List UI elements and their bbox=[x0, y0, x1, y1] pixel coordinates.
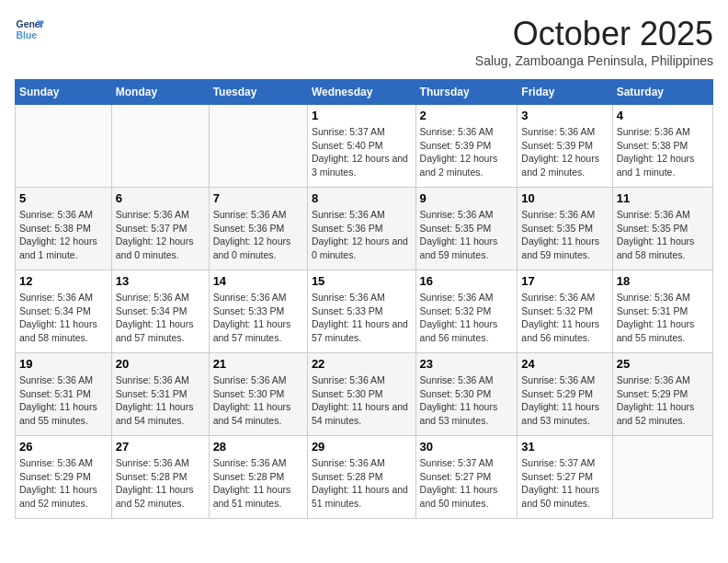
day-info: Sunrise: 5:36 AM Sunset: 5:35 PM Dayligh… bbox=[420, 208, 514, 262]
calendar-cell: 16Sunrise: 5:36 AM Sunset: 5:32 PM Dayli… bbox=[415, 270, 518, 353]
calendar-week-row: 19Sunrise: 5:36 AM Sunset: 5:31 PM Dayli… bbox=[16, 353, 713, 436]
day-number: 2 bbox=[420, 109, 514, 122]
weekday-header: Monday bbox=[111, 80, 209, 105]
day-info: Sunrise: 5:36 AM Sunset: 5:34 PM Dayligh… bbox=[19, 291, 108, 345]
day-number: 3 bbox=[521, 109, 608, 122]
day-number: 7 bbox=[213, 191, 303, 205]
day-info: Sunrise: 5:36 AM Sunset: 5:34 PM Dayligh… bbox=[116, 291, 205, 345]
day-info: Sunrise: 5:37 AM Sunset: 5:27 PM Dayligh… bbox=[420, 456, 514, 511]
logo: General Blue bbox=[15, 15, 44, 44]
calendar-cell: 1Sunrise: 5:37 AM Sunset: 5:40 PM Daylig… bbox=[307, 105, 415, 188]
day-number: 4 bbox=[617, 109, 709, 122]
calendar-table: SundayMondayTuesdayWednesdayThursdayFrid… bbox=[15, 79, 713, 519]
calendar-cell: 13Sunrise: 5:36 AM Sunset: 5:34 PM Dayli… bbox=[111, 270, 209, 353]
day-number: 22 bbox=[312, 357, 412, 371]
day-info: Sunrise: 5:36 AM Sunset: 5:38 PM Dayligh… bbox=[19, 208, 108, 262]
calendar-cell: 23Sunrise: 5:36 AM Sunset: 5:30 PM Dayli… bbox=[415, 353, 518, 436]
calendar-cell: 29Sunrise: 5:36 AM Sunset: 5:28 PM Dayli… bbox=[307, 436, 415, 519]
day-number: 23 bbox=[420, 357, 514, 371]
weekday-header-row: SundayMondayTuesdayWednesdayThursdayFrid… bbox=[16, 80, 713, 105]
day-number: 18 bbox=[617, 274, 709, 288]
day-number: 13 bbox=[116, 274, 205, 288]
page-header: General Blue October 2025 Salug, Zamboan… bbox=[15, 15, 713, 68]
day-number: 31 bbox=[521, 440, 608, 454]
location-subtitle: Salug, Zamboanga Peninsula, Philippines bbox=[475, 53, 713, 68]
day-number: 12 bbox=[19, 274, 108, 288]
calendar-cell: 26Sunrise: 5:36 AM Sunset: 5:29 PM Dayli… bbox=[16, 436, 112, 519]
day-info: Sunrise: 5:36 AM Sunset: 5:30 PM Dayligh… bbox=[312, 373, 412, 428]
day-number: 9 bbox=[420, 191, 514, 205]
day-info: Sunrise: 5:36 AM Sunset: 5:31 PM Dayligh… bbox=[116, 373, 205, 428]
day-number: 8 bbox=[312, 191, 412, 205]
calendar-cell: 22Sunrise: 5:36 AM Sunset: 5:30 PM Dayli… bbox=[307, 353, 415, 436]
calendar-cell: 21Sunrise: 5:36 AM Sunset: 5:30 PM Dayli… bbox=[209, 353, 307, 436]
day-info: Sunrise: 5:36 AM Sunset: 5:33 PM Dayligh… bbox=[213, 291, 303, 345]
calendar-week-row: 5Sunrise: 5:36 AM Sunset: 5:38 PM Daylig… bbox=[16, 188, 713, 270]
day-number: 10 bbox=[521, 191, 608, 205]
day-number: 6 bbox=[116, 191, 205, 205]
calendar-week-row: 26Sunrise: 5:36 AM Sunset: 5:29 PM Dayli… bbox=[16, 436, 713, 519]
day-number: 11 bbox=[617, 191, 709, 205]
calendar-week-row: 12Sunrise: 5:36 AM Sunset: 5:34 PM Dayli… bbox=[16, 270, 713, 353]
calendar-cell: 4Sunrise: 5:36 AM Sunset: 5:38 PM Daylig… bbox=[612, 105, 712, 188]
day-number: 27 bbox=[116, 440, 205, 454]
day-info: Sunrise: 5:36 AM Sunset: 5:36 PM Dayligh… bbox=[213, 208, 303, 262]
weekday-header: Tuesday bbox=[209, 80, 307, 105]
calendar-cell bbox=[16, 105, 112, 188]
weekday-header: Sunday bbox=[16, 80, 112, 105]
day-info: Sunrise: 5:36 AM Sunset: 5:32 PM Dayligh… bbox=[420, 291, 514, 345]
calendar-cell bbox=[209, 105, 307, 188]
day-number: 24 bbox=[521, 357, 608, 371]
calendar-cell: 30Sunrise: 5:37 AM Sunset: 5:27 PM Dayli… bbox=[415, 436, 518, 519]
calendar-cell: 15Sunrise: 5:36 AM Sunset: 5:33 PM Dayli… bbox=[307, 270, 415, 353]
calendar-cell: 25Sunrise: 5:36 AM Sunset: 5:29 PM Dayli… bbox=[612, 353, 712, 436]
calendar-week-row: 1Sunrise: 5:37 AM Sunset: 5:40 PM Daylig… bbox=[16, 105, 713, 188]
calendar-cell: 17Sunrise: 5:36 AM Sunset: 5:32 PM Dayli… bbox=[518, 270, 612, 353]
calendar-cell bbox=[612, 436, 712, 519]
calendar-cell: 28Sunrise: 5:36 AM Sunset: 5:28 PM Dayli… bbox=[209, 436, 307, 519]
day-number: 25 bbox=[617, 357, 709, 371]
weekday-header: Saturday bbox=[612, 80, 712, 105]
day-info: Sunrise: 5:36 AM Sunset: 5:35 PM Dayligh… bbox=[617, 208, 709, 262]
day-number: 20 bbox=[116, 357, 205, 371]
day-number: 26 bbox=[19, 440, 108, 454]
day-info: Sunrise: 5:36 AM Sunset: 5:29 PM Dayligh… bbox=[19, 456, 108, 511]
weekday-header: Wednesday bbox=[307, 80, 415, 105]
calendar-cell: 2Sunrise: 5:36 AM Sunset: 5:39 PM Daylig… bbox=[415, 105, 518, 188]
calendar-cell: 19Sunrise: 5:36 AM Sunset: 5:31 PM Dayli… bbox=[16, 353, 112, 436]
day-info: Sunrise: 5:36 AM Sunset: 5:31 PM Dayligh… bbox=[19, 373, 108, 428]
calendar-cell: 20Sunrise: 5:36 AM Sunset: 5:31 PM Dayli… bbox=[111, 353, 209, 436]
day-info: Sunrise: 5:36 AM Sunset: 5:35 PM Dayligh… bbox=[521, 208, 608, 262]
day-number: 21 bbox=[213, 357, 303, 371]
calendar-cell: 9Sunrise: 5:36 AM Sunset: 5:35 PM Daylig… bbox=[415, 188, 518, 270]
calendar-cell: 18Sunrise: 5:36 AM Sunset: 5:31 PM Dayli… bbox=[612, 270, 712, 353]
calendar-cell: 12Sunrise: 5:36 AM Sunset: 5:34 PM Dayli… bbox=[16, 270, 112, 353]
day-number: 29 bbox=[312, 440, 412, 454]
day-number: 1 bbox=[312, 109, 412, 122]
day-number: 16 bbox=[420, 274, 514, 288]
day-info: Sunrise: 5:36 AM Sunset: 5:28 PM Dayligh… bbox=[116, 456, 205, 511]
day-number: 5 bbox=[19, 191, 108, 205]
logo-icon: General Blue bbox=[15, 15, 44, 44]
day-info: Sunrise: 5:36 AM Sunset: 5:28 PM Dayligh… bbox=[312, 456, 412, 511]
day-info: Sunrise: 5:36 AM Sunset: 5:29 PM Dayligh… bbox=[521, 373, 608, 428]
calendar-cell bbox=[111, 105, 209, 188]
day-number: 17 bbox=[521, 274, 608, 288]
calendar-cell: 24Sunrise: 5:36 AM Sunset: 5:29 PM Dayli… bbox=[518, 353, 612, 436]
weekday-header: Thursday bbox=[415, 80, 518, 105]
calendar-cell: 14Sunrise: 5:36 AM Sunset: 5:33 PM Dayli… bbox=[209, 270, 307, 353]
day-number: 14 bbox=[213, 274, 303, 288]
month-title: October 2025 bbox=[475, 15, 713, 53]
svg-text:Blue: Blue bbox=[17, 30, 38, 40]
calendar-cell: 11Sunrise: 5:36 AM Sunset: 5:35 PM Dayli… bbox=[612, 188, 712, 270]
day-info: Sunrise: 5:36 AM Sunset: 5:38 PM Dayligh… bbox=[617, 125, 709, 179]
day-info: Sunrise: 5:36 AM Sunset: 5:36 PM Dayligh… bbox=[312, 208, 412, 262]
calendar-cell: 5Sunrise: 5:36 AM Sunset: 5:38 PM Daylig… bbox=[16, 188, 112, 270]
day-info: Sunrise: 5:36 AM Sunset: 5:31 PM Dayligh… bbox=[617, 291, 709, 345]
day-info: Sunrise: 5:36 AM Sunset: 5:32 PM Dayligh… bbox=[521, 291, 608, 345]
day-number: 15 bbox=[312, 274, 412, 288]
day-number: 19 bbox=[19, 357, 108, 371]
day-info: Sunrise: 5:37 AM Sunset: 5:40 PM Dayligh… bbox=[312, 125, 412, 179]
day-info: Sunrise: 5:36 AM Sunset: 5:28 PM Dayligh… bbox=[213, 456, 303, 511]
day-info: Sunrise: 5:36 AM Sunset: 5:39 PM Dayligh… bbox=[420, 125, 514, 179]
